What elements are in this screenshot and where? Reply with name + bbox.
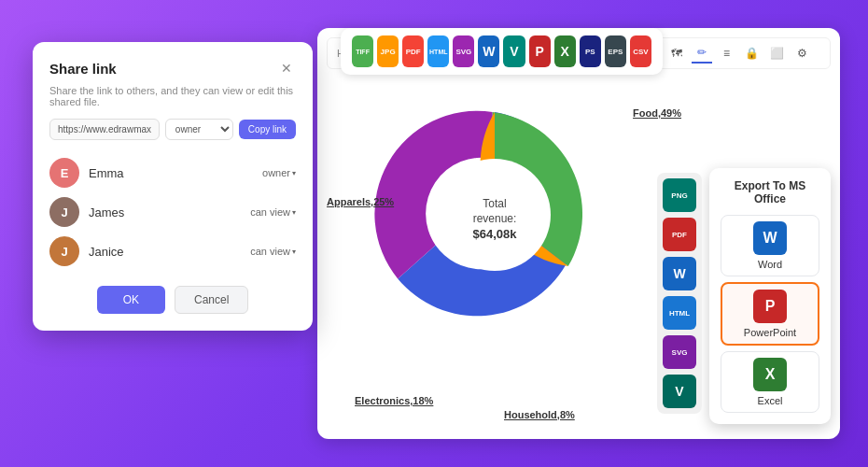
avatar-image: E — [49, 158, 79, 188]
dialog-actions: OK Cancel — [49, 286, 296, 314]
close-button[interactable]: ✕ — [277, 59, 296, 78]
copy-link-button[interactable]: Copy link — [239, 120, 296, 139]
user-row: E Emma owner ▾ — [49, 153, 296, 192]
link-role-select[interactable]: owner can view can edit — [165, 119, 233, 140]
link-input[interactable] — [49, 119, 160, 140]
avatar: J — [49, 197, 79, 227]
dialog-subtitle: Share the link to others, and they can v… — [49, 85, 296, 107]
user-role[interactable]: can view ▾ — [250, 206, 296, 218]
user-row: J James can view ▾ — [49, 192, 296, 232]
ok-button[interactable]: OK — [97, 286, 165, 314]
user-role[interactable]: owner ▾ — [262, 167, 296, 178]
avatar-image: J — [49, 236, 79, 266]
avatar: J — [49, 236, 79, 266]
dialog-header: Share link ✕ — [49, 59, 296, 78]
user-row: J Janice can view ▾ — [49, 232, 296, 271]
dialog-overlay: Share link ✕ Share the link to others, a… — [0, 0, 868, 467]
user-list: E Emma owner ▾ J James can view ▾ J Jani… — [49, 153, 296, 271]
user-name: James — [89, 205, 241, 219]
user-role[interactable]: can view ▾ — [250, 246, 296, 257]
user-name: Emma — [89, 166, 253, 180]
avatar: E — [49, 158, 79, 188]
dialog-title: Share link — [49, 61, 117, 77]
cancel-button[interactable]: Cancel — [175, 286, 248, 314]
link-row: owner can view can edit Copy link — [49, 119, 296, 140]
user-name: Janice — [89, 245, 241, 259]
avatar-image: J — [49, 197, 79, 227]
share-link-dialog: Share link ✕ Share the link to others, a… — [33, 42, 313, 331]
